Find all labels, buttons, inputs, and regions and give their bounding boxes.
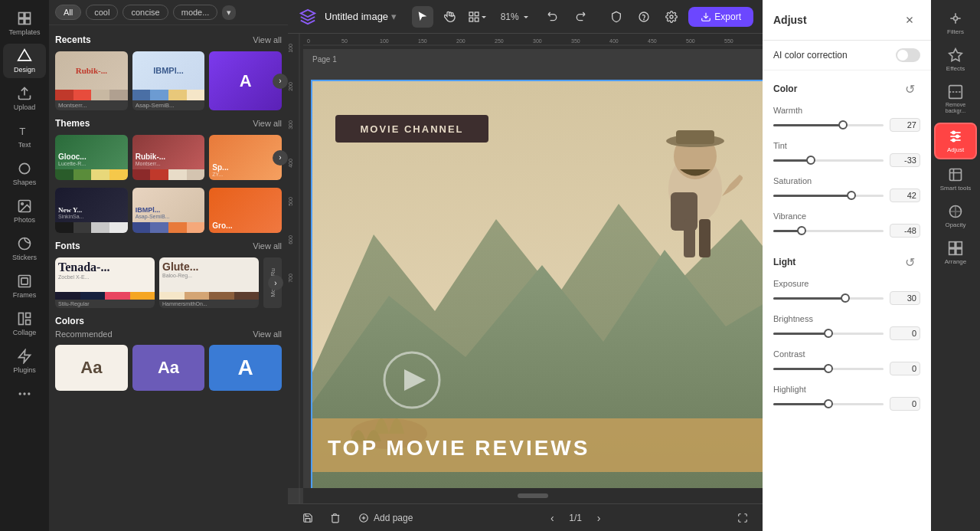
settings-button[interactable] — [661, 6, 682, 28]
adjust-close-button[interactable] — [899, 9, 920, 31]
zoom-control[interactable]: 81% — [495, 8, 536, 25]
shield-button[interactable] — [606, 6, 627, 28]
themes-view-all[interactable]: View all — [253, 119, 282, 128]
sidebar-item-text[interactable]: T Text — [3, 119, 46, 153]
theme-card-6[interactable]: Gro... — [209, 188, 282, 233]
contrast-thumb[interactable] — [824, 364, 833, 373]
sidebar-item-collage[interactable]: Collage — [3, 306, 46, 341]
warmth-track[interactable] — [773, 124, 884, 126]
saturation-thumb[interactable] — [847, 191, 856, 200]
tag-more-button[interactable]: ▾ — [222, 5, 236, 20]
themes-next-arrow[interactable]: › — [273, 150, 288, 166]
contrast-track[interactable] — [773, 368, 884, 370]
sidebar-item-remove-bg[interactable]: Remove backgr... — [934, 80, 977, 120]
export-button[interactable]: Export — [688, 7, 753, 27]
theme-card-5[interactable]: IBMPl... Asap-SemiB... — [132, 188, 205, 233]
theme-card-2[interactable]: Rubik-... Montserr... — [132, 135, 205, 180]
full-screen-button[interactable] — [732, 507, 753, 529]
app-logo[interactable] — [297, 6, 318, 28]
color-reset-button[interactable]: ↺ — [899, 78, 920, 100]
tint-thumb[interactable] — [806, 156, 815, 165]
redo-button[interactable] — [570, 6, 591, 28]
next-page-button[interactable]: › — [588, 507, 609, 529]
tag-cool[interactable]: cool — [86, 5, 118, 20]
theme-card-1[interactable]: Glooc... Lucette-R... — [55, 135, 128, 180]
brightness-track[interactable] — [773, 333, 884, 335]
color-card-warm[interactable]: Aa — [55, 345, 128, 391]
doc-title[interactable]: Untitled image ▾ — [325, 11, 397, 22]
sidebar-item-more[interactable] — [3, 382, 46, 406]
adjust-header: Adjust — [763, 0, 931, 41]
sidebar-item-design[interactable]: Design — [3, 44, 46, 78]
canvas-scroll[interactable]: Page 1 ••• — [303, 49, 763, 488]
sidebar-item-photos[interactable]: Photos — [3, 194, 46, 228]
ai-toggle[interactable] — [896, 48, 920, 62]
tag-mode[interactable]: mode... — [173, 5, 218, 20]
sidebar-item-smart-tools[interactable]: Smart tools — [934, 162, 977, 197]
light-reset-button[interactable]: ↺ — [899, 251, 920, 273]
font-card-1[interactable]: Tenada-... Zocbel X-E... Stilu-Regular — [55, 257, 155, 308]
highlight-value[interactable]: 0 — [890, 397, 920, 411]
sidebar-item-arrange[interactable]: Arrange — [934, 236, 977, 270]
tint-value[interactable]: -33 — [890, 153, 920, 167]
undo-button[interactable] — [542, 6, 564, 28]
brightness-value[interactable]: 0 — [890, 326, 920, 340]
sidebar-item-templates[interactable]: Templates — [3, 6, 46, 41]
sidebar-item-plugins[interactable]: Plugins — [3, 344, 46, 379]
sidebar-item-adjust[interactable]: Adjust — [934, 123, 977, 159]
svg-text:600: 600 — [288, 235, 293, 244]
colors-view-all[interactable]: View all — [253, 329, 282, 339]
hscrollbar-thumb[interactable] — [518, 493, 548, 498]
sidebar-item-upload[interactable]: Upload — [3, 81, 46, 116]
tag-concise[interactable]: concise — [122, 5, 168, 20]
sidebar-item-effects[interactable]: Effects — [934, 43, 977, 77]
sidebar-item-shapes[interactable]: Shapes — [3, 156, 46, 191]
saturation-value[interactable]: 42 — [890, 188, 920, 202]
select-tool-button[interactable] — [412, 6, 433, 28]
hscrollbar[interactable] — [303, 488, 763, 503]
vibrance-value[interactable]: -48 — [890, 224, 920, 238]
recent-card-3[interactable]: A — [209, 51, 282, 110]
font-card-2[interactable]: Glute... Baloo-Reg... HammersmithOn... — [159, 257, 259, 308]
delete-button[interactable] — [325, 507, 346, 529]
save-button[interactable] — [297, 507, 318, 529]
warmth-control: 27 — [773, 118, 920, 132]
theme-card-3[interactable]: Sp... ZY... — [209, 135, 282, 180]
canvas-frame[interactable]: ••• ↻ — [311, 80, 763, 488]
fonts-view-all[interactable]: View all — [253, 241, 282, 251]
color-card-purple[interactable]: Aa — [132, 345, 205, 391]
help-button[interactable] — [633, 6, 655, 28]
recents-next-arrow[interactable]: › — [273, 74, 288, 89]
contrast-value[interactable]: 0 — [890, 362, 920, 375]
highlight-thumb[interactable] — [824, 399, 833, 408]
bottom-bar: Add page ‹ 1/1 › — [288, 503, 763, 531]
sidebar-item-opacity[interactable]: Opacity — [934, 199, 977, 233]
warmth-thumb[interactable] — [838, 120, 848, 129]
vibrance-thumb[interactable] — [797, 226, 806, 235]
sidebar-item-stickers[interactable]: Stickers — [3, 231, 46, 266]
add-page-button[interactable]: Add page — [352, 510, 419, 526]
view-options-button[interactable] — [467, 6, 488, 28]
brightness-slider-row: Brightness 0 — [763, 311, 931, 346]
fonts-next-arrow[interactable]: › — [268, 275, 283, 290]
exposure-value[interactable]: 30 — [890, 291, 920, 305]
exposure-track[interactable] — [773, 297, 884, 300]
sidebar-item-filters[interactable]: Filters — [934, 6, 977, 40]
brightness-thumb[interactable] — [824, 329, 833, 338]
prev-page-button[interactable]: ‹ — [541, 507, 563, 529]
theme-card-4[interactable]: New Y... SinkinSa... — [55, 188, 128, 233]
recents-view-all[interactable]: View all — [253, 35, 282, 44]
highlight-track[interactable] — [773, 403, 884, 405]
vibrance-track[interactable] — [773, 230, 884, 232]
sidebar-item-frames[interactable]: Frames — [3, 269, 46, 303]
warmth-value[interactable]: 27 — [890, 118, 920, 132]
recent-card-1[interactable]: Rubik-... Montserr... — [55, 51, 128, 110]
color-card-blue[interactable]: A — [209, 345, 282, 391]
saturation-track[interactable] — [773, 195, 884, 197]
tag-all[interactable]: All — [55, 5, 81, 20]
hand-tool-button[interactable] — [439, 6, 461, 28]
recent-card-2[interactable]: IBMPl... Asap-SemiB... — [132, 51, 205, 110]
canvas-wrapper: 0 50 100 150 200 250 300 350 400 450 500… — [288, 34, 763, 503]
tint-track[interactable] — [773, 159, 884, 162]
exposure-thumb[interactable] — [841, 293, 850, 303]
